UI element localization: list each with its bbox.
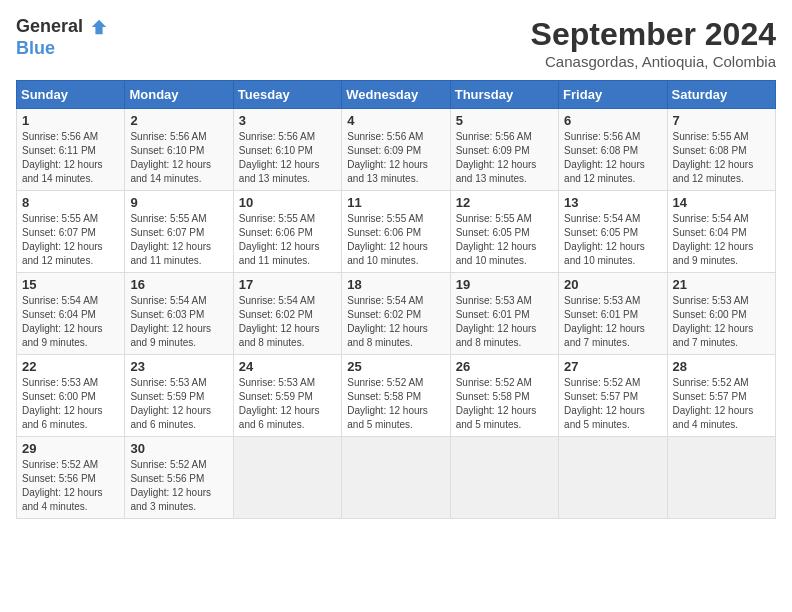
page-subtitle: Canasgordas, Antioquia, Colombia: [531, 53, 776, 70]
calendar-cell: 23Sunrise: 5:53 AM Sunset: 5:59 PM Dayli…: [125, 355, 233, 437]
logo-blue: Blue: [16, 38, 108, 60]
day-number: 15: [22, 277, 119, 292]
day-info: Sunrise: 5:56 AM Sunset: 6:09 PM Dayligh…: [347, 130, 444, 186]
day-info: Sunrise: 5:52 AM Sunset: 5:56 PM Dayligh…: [22, 458, 119, 514]
day-info: Sunrise: 5:54 AM Sunset: 6:02 PM Dayligh…: [347, 294, 444, 350]
day-number: 4: [347, 113, 444, 128]
calendar-cell: 28Sunrise: 5:52 AM Sunset: 5:57 PM Dayli…: [667, 355, 775, 437]
day-number: 8: [22, 195, 119, 210]
day-number: 2: [130, 113, 227, 128]
day-number: 13: [564, 195, 661, 210]
day-info: Sunrise: 5:54 AM Sunset: 6:05 PM Dayligh…: [564, 212, 661, 268]
day-number: 23: [130, 359, 227, 374]
day-number: 1: [22, 113, 119, 128]
day-number: 27: [564, 359, 661, 374]
day-info: Sunrise: 5:52 AM Sunset: 5:57 PM Dayligh…: [673, 376, 770, 432]
day-info: Sunrise: 5:55 AM Sunset: 6:05 PM Dayligh…: [456, 212, 553, 268]
day-number: 7: [673, 113, 770, 128]
day-info: Sunrise: 5:56 AM Sunset: 6:09 PM Dayligh…: [456, 130, 553, 186]
day-number: 28: [673, 359, 770, 374]
day-info: Sunrise: 5:52 AM Sunset: 5:58 PM Dayligh…: [347, 376, 444, 432]
calendar-cell: 29Sunrise: 5:52 AM Sunset: 5:56 PM Dayli…: [17, 437, 125, 519]
day-number: 6: [564, 113, 661, 128]
day-number: 18: [347, 277, 444, 292]
calendar-cell: 22Sunrise: 5:53 AM Sunset: 6:00 PM Dayli…: [17, 355, 125, 437]
calendar-week-3: 15Sunrise: 5:54 AM Sunset: 6:04 PM Dayli…: [17, 273, 776, 355]
calendar-cell: 20Sunrise: 5:53 AM Sunset: 6:01 PM Dayli…: [559, 273, 667, 355]
day-info: Sunrise: 5:55 AM Sunset: 6:06 PM Dayligh…: [347, 212, 444, 268]
calendar-cell: 14Sunrise: 5:54 AM Sunset: 6:04 PM Dayli…: [667, 191, 775, 273]
calendar-body: 1Sunrise: 5:56 AM Sunset: 6:11 PM Daylig…: [17, 109, 776, 519]
weekday-header-tuesday: Tuesday: [233, 81, 341, 109]
calendar-cell: 1Sunrise: 5:56 AM Sunset: 6:11 PM Daylig…: [17, 109, 125, 191]
day-number: 11: [347, 195, 444, 210]
calendar-cell: [342, 437, 450, 519]
day-number: 21: [673, 277, 770, 292]
weekday-header-saturday: Saturday: [667, 81, 775, 109]
day-number: 30: [130, 441, 227, 456]
day-info: Sunrise: 5:54 AM Sunset: 6:04 PM Dayligh…: [22, 294, 119, 350]
calendar-cell: 4Sunrise: 5:56 AM Sunset: 6:09 PM Daylig…: [342, 109, 450, 191]
page-title: September 2024: [531, 16, 776, 53]
calendar-cell: 30Sunrise: 5:52 AM Sunset: 5:56 PM Dayli…: [125, 437, 233, 519]
day-number: 16: [130, 277, 227, 292]
calendar-week-5: 29Sunrise: 5:52 AM Sunset: 5:56 PM Dayli…: [17, 437, 776, 519]
calendar-cell: 8Sunrise: 5:55 AM Sunset: 6:07 PM Daylig…: [17, 191, 125, 273]
logo: General Blue: [16, 16, 108, 59]
day-number: 25: [347, 359, 444, 374]
day-info: Sunrise: 5:52 AM Sunset: 5:57 PM Dayligh…: [564, 376, 661, 432]
calendar-week-4: 22Sunrise: 5:53 AM Sunset: 6:00 PM Dayli…: [17, 355, 776, 437]
calendar-cell: 18Sunrise: 5:54 AM Sunset: 6:02 PM Dayli…: [342, 273, 450, 355]
day-number: 20: [564, 277, 661, 292]
day-number: 26: [456, 359, 553, 374]
day-number: 5: [456, 113, 553, 128]
calendar-cell: 19Sunrise: 5:53 AM Sunset: 6:01 PM Dayli…: [450, 273, 558, 355]
day-number: 19: [456, 277, 553, 292]
weekday-header-thursday: Thursday: [450, 81, 558, 109]
day-info: Sunrise: 5:52 AM Sunset: 5:58 PM Dayligh…: [456, 376, 553, 432]
day-info: Sunrise: 5:54 AM Sunset: 6:02 PM Dayligh…: [239, 294, 336, 350]
calendar-cell: 5Sunrise: 5:56 AM Sunset: 6:09 PM Daylig…: [450, 109, 558, 191]
logo-icon: [90, 18, 108, 36]
weekday-header-wednesday: Wednesday: [342, 81, 450, 109]
day-info: Sunrise: 5:52 AM Sunset: 5:56 PM Dayligh…: [130, 458, 227, 514]
day-number: 24: [239, 359, 336, 374]
calendar-cell: 7Sunrise: 5:55 AM Sunset: 6:08 PM Daylig…: [667, 109, 775, 191]
day-number: 9: [130, 195, 227, 210]
calendar-cell: [450, 437, 558, 519]
calendar-cell: 3Sunrise: 5:56 AM Sunset: 6:10 PM Daylig…: [233, 109, 341, 191]
weekday-header-sunday: Sunday: [17, 81, 125, 109]
page-header: General Blue September 2024 Canasgordas,…: [16, 16, 776, 70]
day-info: Sunrise: 5:53 AM Sunset: 6:01 PM Dayligh…: [456, 294, 553, 350]
day-info: Sunrise: 5:54 AM Sunset: 6:03 PM Dayligh…: [130, 294, 227, 350]
day-info: Sunrise: 5:53 AM Sunset: 6:00 PM Dayligh…: [673, 294, 770, 350]
calendar-cell: 27Sunrise: 5:52 AM Sunset: 5:57 PM Dayli…: [559, 355, 667, 437]
calendar-cell: 13Sunrise: 5:54 AM Sunset: 6:05 PM Dayli…: [559, 191, 667, 273]
day-number: 29: [22, 441, 119, 456]
calendar-cell: [233, 437, 341, 519]
day-number: 22: [22, 359, 119, 374]
calendar-cell: 26Sunrise: 5:52 AM Sunset: 5:58 PM Dayli…: [450, 355, 558, 437]
day-info: Sunrise: 5:55 AM Sunset: 6:06 PM Dayligh…: [239, 212, 336, 268]
calendar-cell: 25Sunrise: 5:52 AM Sunset: 5:58 PM Dayli…: [342, 355, 450, 437]
weekday-header-row: SundayMondayTuesdayWednesdayThursdayFrid…: [17, 81, 776, 109]
calendar-cell: 2Sunrise: 5:56 AM Sunset: 6:10 PM Daylig…: [125, 109, 233, 191]
day-number: 10: [239, 195, 336, 210]
day-info: Sunrise: 5:55 AM Sunset: 6:08 PM Dayligh…: [673, 130, 770, 186]
calendar-cell: 21Sunrise: 5:53 AM Sunset: 6:00 PM Dayli…: [667, 273, 775, 355]
calendar-week-1: 1Sunrise: 5:56 AM Sunset: 6:11 PM Daylig…: [17, 109, 776, 191]
day-number: 12: [456, 195, 553, 210]
day-info: Sunrise: 5:53 AM Sunset: 6:00 PM Dayligh…: [22, 376, 119, 432]
day-info: Sunrise: 5:56 AM Sunset: 6:10 PM Dayligh…: [239, 130, 336, 186]
calendar-cell: 16Sunrise: 5:54 AM Sunset: 6:03 PM Dayli…: [125, 273, 233, 355]
day-info: Sunrise: 5:53 AM Sunset: 5:59 PM Dayligh…: [239, 376, 336, 432]
calendar-week-2: 8Sunrise: 5:55 AM Sunset: 6:07 PM Daylig…: [17, 191, 776, 273]
day-info: Sunrise: 5:55 AM Sunset: 6:07 PM Dayligh…: [22, 212, 119, 268]
day-info: Sunrise: 5:53 AM Sunset: 5:59 PM Dayligh…: [130, 376, 227, 432]
calendar-table: SundayMondayTuesdayWednesdayThursdayFrid…: [16, 80, 776, 519]
calendar-cell: 24Sunrise: 5:53 AM Sunset: 5:59 PM Dayli…: [233, 355, 341, 437]
day-info: Sunrise: 5:56 AM Sunset: 6:11 PM Dayligh…: [22, 130, 119, 186]
day-info: Sunrise: 5:55 AM Sunset: 6:07 PM Dayligh…: [130, 212, 227, 268]
weekday-header-monday: Monday: [125, 81, 233, 109]
weekday-header-friday: Friday: [559, 81, 667, 109]
